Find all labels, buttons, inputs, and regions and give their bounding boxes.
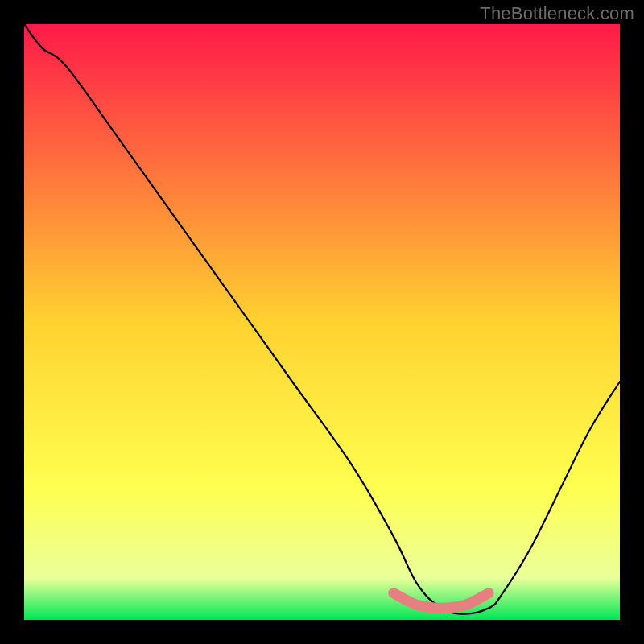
gradient-background (24, 24, 620, 620)
bottleneck-chart (24, 24, 620, 620)
chart-frame (24, 24, 620, 620)
watermark-text: TheBottleneck.com (480, 3, 634, 24)
